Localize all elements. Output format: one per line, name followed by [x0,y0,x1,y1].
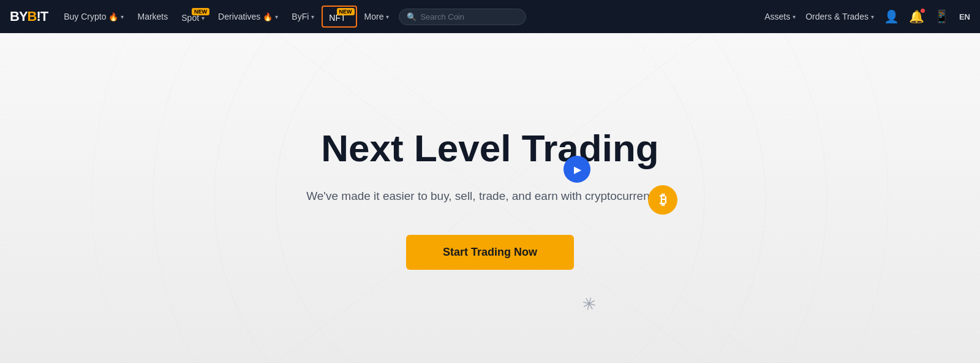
derivatives-chevron: ▾ [275,13,278,20]
spot-new-badge: NEW [192,8,209,15]
logo-text: BYB!T [10,9,48,25]
hero-subtitle: We've made it easier to buy, sell, trade… [306,187,674,205]
logo[interactable]: BYB!T [10,9,48,25]
nav-markets[interactable]: Markets [131,8,174,25]
nft-new-badge: NEW [337,8,355,15]
byfi-chevron: ▾ [311,13,314,20]
notification-dot [921,9,925,13]
orders-trades-button[interactable]: Orders & Trades ▾ [805,12,874,21]
assets-chevron: ▾ [793,13,796,20]
nav-items: Buy Crypto 🔥 ▾ Markets NEW Spot ▾ Deriva… [58,6,762,28]
navbar: BYB!T Buy Crypto 🔥 ▾ Markets NEW Spot ▾ … [0,0,980,33]
more-chevron: ▾ [386,13,389,20]
assets-label: Assets [764,12,790,21]
markets-label: Markets [137,12,168,21]
start-trading-button[interactable]: Start Trading Now [406,235,574,270]
tablet-icon[interactable]: 📱 [934,9,949,24]
derivatives-fire-icon: 🔥 [263,12,273,21]
profile-icon[interactable]: 👤 [884,9,899,24]
bitcoin-symbol: ₿ [660,192,666,208]
hero-content: Next Level Trading We've made it easier … [306,126,674,270]
language-button[interactable]: EN [959,12,970,21]
spot-chevron: ▾ [202,15,205,21]
float-asterisk-decoration: ✳ [579,292,598,316]
derivatives-label: Derivatives [218,12,260,21]
nav-spot[interactable]: NEW Spot ▾ [175,7,211,26]
byfi-label: ByFi [292,12,309,21]
buy-crypto-chevron: ▾ [121,13,124,20]
float-bitcoin-icon: ₿ [648,185,677,215]
buy-crypto-label: Buy Crypto [64,12,106,21]
nav-nft[interactable]: NEW NFT [322,6,356,28]
fire-icon: 🔥 [108,12,118,21]
nav-byfi[interactable]: ByFi ▾ [285,8,320,25]
nav-more[interactable]: More ▾ [358,8,396,25]
search-box[interactable]: 🔍 [399,9,526,25]
nav-derivatives[interactable]: Derivatives 🔥 ▾ [212,8,284,25]
nav-buy-crypto[interactable]: Buy Crypto 🔥 ▾ [58,8,130,25]
orders-trades-label: Orders & Trades [805,12,869,21]
search-input[interactable] [420,12,518,21]
orders-chevron: ▾ [871,13,874,20]
nav-right: Assets ▾ Orders & Trades ▾ 👤 🔔 📱 EN [764,9,970,24]
hero-title: Next Level Trading [306,126,674,170]
hero-section: ₿ ✳ Next Level Trading We've made it eas… [0,33,980,363]
more-label: More [364,12,384,21]
assets-button[interactable]: Assets ▾ [764,12,796,21]
search-icon: 🔍 [407,12,417,21]
float-play-button[interactable] [564,156,590,183]
notifications-icon[interactable]: 🔔 [909,9,924,24]
